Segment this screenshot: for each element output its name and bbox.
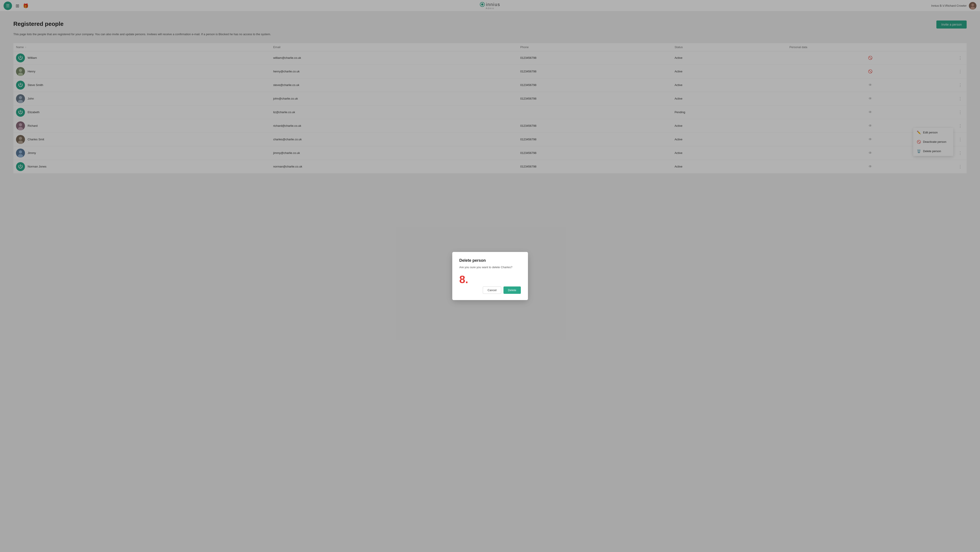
modal-title: Delete person bbox=[460, 258, 521, 263]
modal-overlay[interactable]: Delete person Are you sure you want to d… bbox=[0, 0, 980, 552]
modal-body: Are you sure you want to delete Charles? bbox=[460, 265, 521, 269]
modal-actions: Cancel Delete bbox=[460, 287, 521, 294]
delete-person-modal: Delete person Are you sure you want to d… bbox=[452, 252, 528, 300]
modal-step-number: 8. bbox=[460, 273, 521, 286]
modal-cancel-button[interactable]: Cancel bbox=[483, 287, 501, 294]
modal-delete-button[interactable]: Delete bbox=[503, 287, 521, 294]
